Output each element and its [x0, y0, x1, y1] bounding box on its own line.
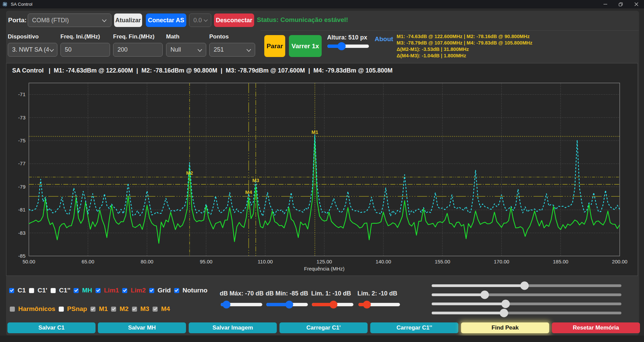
- slider-fill: [432, 293, 485, 296]
- toggle-noturno[interactable]: Noturno: [174, 287, 208, 294]
- toggle-label: Grid: [158, 287, 171, 294]
- maximize-button[interactable]: [613, 0, 628, 8]
- toggle-m1[interactable]: M1: [90, 305, 108, 313]
- toggle-psnap[interactable]: PSnap: [59, 305, 87, 313]
- svg-text:140.00: 140.00: [376, 259, 391, 264]
- window-title: SA Control: [11, 2, 32, 7]
- rate-select[interactable]: 0.0: [189, 13, 211, 27]
- level-slider[interactable]: [221, 300, 262, 309]
- pontos-select[interactable]: 251: [209, 43, 255, 57]
- slider-thumb[interactable]: [520, 282, 529, 290]
- toggle-lim1[interactable]: Lim1: [96, 287, 119, 294]
- toggle-label: Noturno: [183, 287, 208, 294]
- svg-text:-77: -77: [18, 161, 26, 166]
- toggle-label: M1: [99, 305, 108, 313]
- toggle-label: C1'': [59, 287, 70, 294]
- level-slider[interactable]: [266, 300, 308, 309]
- svg-text:-71: -71: [18, 91, 26, 97]
- slider-thumb[interactable]: [500, 309, 508, 317]
- carregar-c1--button[interactable]: Carregar C1'': [370, 322, 458, 333]
- slider-thumb[interactable]: [223, 301, 231, 309]
- checkbox-checked[interactable]: [90, 307, 96, 312]
- slider-thumb[interactable]: [363, 301, 371, 309]
- freq-ini-input[interactable]: [60, 43, 110, 57]
- salvar-c1-button[interactable]: Salvar C1: [7, 322, 96, 333]
- svg-text:50.00: 50.00: [23, 259, 35, 264]
- find-peak-button[interactable]: Find Peak: [461, 322, 549, 333]
- memory-slider[interactable]: [432, 282, 621, 290]
- parar-button[interactable]: Parar: [264, 35, 285, 57]
- checkbox-unchecked[interactable]: [51, 288, 56, 293]
- svg-text:65.00: 65.00: [82, 259, 95, 264]
- checkbox-unchecked[interactable]: [29, 288, 34, 293]
- checkbox-checked[interactable]: [74, 288, 79, 293]
- toggle-lim2[interactable]: Lim2: [122, 287, 145, 294]
- chevron-down-icon: [197, 49, 202, 52]
- varrer-button[interactable]: Varrer 1x: [289, 35, 322, 57]
- svg-text:185.00: 185.00: [553, 259, 568, 264]
- conectar-as-button[interactable]: Conectar AS: [146, 13, 186, 27]
- atualizar-button[interactable]: Atualizar: [114, 13, 142, 27]
- toggle-label: M3: [140, 305, 149, 313]
- slider-thumb[interactable]: [338, 42, 346, 50]
- slider-thumb[interactable]: [285, 301, 293, 309]
- toggle-grid[interactable]: Grid: [149, 287, 171, 294]
- checkbox-checked[interactable]: [111, 307, 116, 312]
- toggle-mh[interactable]: MH: [74, 287, 92, 294]
- math-select[interactable]: Null: [166, 43, 206, 57]
- toggle-label: M4: [161, 305, 170, 313]
- svg-text:-81: -81: [18, 207, 26, 212]
- toggle-m4[interactable]: M4: [153, 305, 170, 313]
- checkbox-checked[interactable]: [9, 288, 14, 293]
- slider-thumb[interactable]: [481, 291, 489, 299]
- toggle-m3[interactable]: M3: [132, 305, 149, 313]
- checkbox-checked[interactable]: [174, 288, 179, 293]
- toggles-row-2: HarmônicosPSnapM1M2M3M4: [10, 304, 170, 314]
- memory-slider[interactable]: [432, 309, 621, 317]
- resetar-mem-ria-button[interactable]: Resetar Memória: [552, 322, 640, 333]
- status-text: Status: Comunicação estável!: [257, 16, 348, 24]
- svg-text:-73: -73: [18, 115, 26, 120]
- marker-label-M4: M4: [245, 190, 252, 195]
- checkbox-checked[interactable]: [122, 288, 127, 293]
- checkbox-checked[interactable]: [132, 307, 137, 312]
- toggle-label: M2: [119, 305, 128, 313]
- freq-fin-input[interactable]: [113, 43, 163, 57]
- minimize-button[interactable]: [597, 0, 613, 8]
- checkbox-unchecked[interactable]: [10, 307, 15, 312]
- memory-slider[interactable]: [432, 291, 621, 299]
- level-slider-label: dB Máx: -70 dB: [220, 290, 264, 297]
- desconectar-button[interactable]: Desconectar: [214, 13, 254, 27]
- svg-text:-75: -75: [18, 138, 26, 143]
- slider-thumb[interactable]: [329, 301, 337, 309]
- salvar-mh-button[interactable]: Salvar MH: [98, 322, 186, 333]
- checkbox-checked[interactable]: [149, 288, 154, 293]
- svg-text:155.00: 155.00: [435, 259, 450, 264]
- slider-thumb[interactable]: [502, 300, 510, 308]
- checkbox-checked[interactable]: [96, 288, 101, 293]
- salvar-imagem-button[interactable]: Salvar Imagem: [189, 322, 277, 333]
- dispositivo-select[interactable]: 3. NWT SA (4: [8, 43, 57, 57]
- level-slider[interactable]: [312, 300, 353, 309]
- toggle-c1[interactable]: C1'': [51, 287, 70, 294]
- about-link[interactable]: About: [375, 35, 393, 43]
- toggle-c1[interactable]: C1': [29, 287, 47, 294]
- port-select[interactable]: COM8 (FTDI): [28, 13, 111, 27]
- toggle-c1[interactable]: C1: [9, 287, 26, 294]
- altura-slider[interactable]: [327, 42, 369, 51]
- chart-canvas: SA Control | M1: -74.63dBm @ 122.600M | …: [6, 63, 638, 276]
- memory-slider[interactable]: [432, 300, 621, 308]
- level-slider[interactable]: [358, 300, 400, 309]
- pontos-select-value: 251: [214, 46, 224, 53]
- rate-select-value: 0.0: [193, 17, 202, 24]
- spectrum-chart[interactable]: SA Control | M1: -74.63dBm @ 122.600M | …: [6, 63, 638, 276]
- toggle-harmnicos[interactable]: Harmônicos: [10, 305, 55, 313]
- toggle-m2[interactable]: M2: [111, 305, 128, 313]
- level-slider-label: Lim. 1: -10 dB: [311, 290, 351, 297]
- checkbox-checked[interactable]: [153, 307, 158, 312]
- carregar-c1--button[interactable]: Carregar C1': [279, 322, 368, 333]
- slider-fill: [432, 312, 504, 314]
- dispositivo-select-value: 3. NWT SA (4: [12, 46, 49, 53]
- checkbox-unchecked[interactable]: [59, 307, 64, 312]
- close-button[interactable]: [628, 0, 644, 8]
